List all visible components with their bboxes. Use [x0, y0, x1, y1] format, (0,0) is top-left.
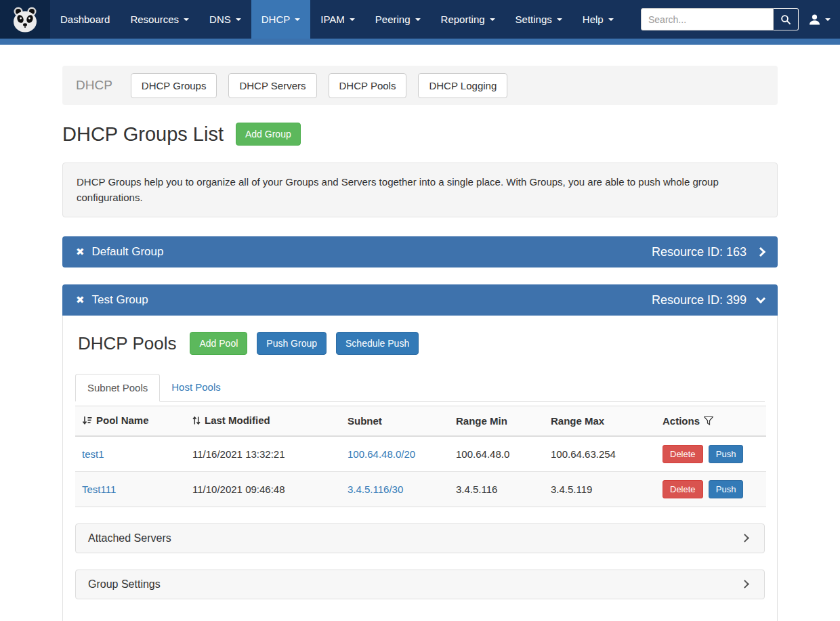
nav-ipam[interactable]: IPAM	[310, 0, 365, 39]
group-header-default-group[interactable]: ✖ Default Group Resource ID: 163	[62, 236, 778, 267]
dhcp-pools-button[interactable]: DHCP Pools	[329, 73, 407, 98]
group-name: Test Group	[92, 293, 148, 307]
dhcp-servers-button[interactable]: DHCP Servers	[228, 73, 316, 98]
push-pool-button[interactable]: Push	[709, 480, 744, 498]
pool-name-link[interactable]: Test111	[82, 484, 116, 495]
navbar-right	[641, 0, 840, 39]
panda-logo-icon	[10, 6, 40, 33]
range-max-cell: 100.64.63.254	[544, 436, 656, 472]
nav-reporting[interactable]: Reporting	[431, 0, 505, 39]
range-min-cell: 100.64.48.0	[449, 436, 544, 472]
dhcp-groups-button[interactable]: DHCP Groups	[131, 73, 217, 98]
schedule-push-button[interactable]: Schedule Push	[336, 332, 419, 355]
delete-pool-button[interactable]: Delete	[663, 480, 703, 498]
dhcp-logging-button[interactable]: DHCP Logging	[418, 73, 507, 98]
user-icon	[808, 14, 821, 26]
last-modified-cell: 11/16/2021 13:32:21	[186, 436, 341, 472]
column-header-actions: Actions	[656, 406, 766, 436]
pools-tabs: Subnet Pools Host Pools	[75, 374, 765, 402]
search-icon	[780, 14, 791, 25]
subnet-link[interactable]: 3.4.5.116/30	[348, 484, 403, 495]
chevron-down-icon	[184, 18, 189, 21]
search-input[interactable]	[641, 8, 774, 30]
attached-servers-section[interactable]: Attached Servers	[75, 523, 765, 553]
groups-description: DHCP Groups help you to organize all of …	[62, 163, 778, 217]
push-group-button[interactable]: Push Group	[257, 332, 327, 355]
app-logo[interactable]	[0, 0, 50, 39]
group-settings-section[interactable]: Group Settings	[75, 570, 765, 599]
pools-title: DHCP Pools	[78, 333, 176, 354]
range-min-cell: 3.4.5.116	[449, 471, 544, 507]
push-pool-button[interactable]: Push	[709, 445, 744, 463]
nav-dhcp[interactable]: DHCP	[251, 0, 311, 39]
delete-group-icon[interactable]: ✖	[76, 246, 85, 258]
group-name: Default Group	[92, 245, 164, 259]
chevron-down-icon	[236, 18, 241, 21]
add-group-button[interactable]: Add Group	[236, 123, 301, 146]
range-max-cell: 3.4.5.119	[544, 471, 656, 507]
breadcrumb-title: DHCP	[76, 78, 112, 93]
last-modified-cell: 11/10/2021 09:46:48	[186, 471, 341, 507]
chevron-down-icon	[825, 18, 831, 21]
column-header-subnet: Subnet	[341, 406, 449, 436]
nav-dns[interactable]: DNS	[199, 0, 251, 39]
search-button[interactable]	[774, 8, 799, 30]
resource-id-label: Resource ID: 163	[652, 245, 747, 259]
delete-group-icon[interactable]: ✖	[76, 294, 85, 306]
pools-table: Pool Name Last Modified	[75, 406, 766, 507]
chevron-down-icon	[756, 294, 765, 303]
chevron-down-icon	[608, 18, 614, 21]
table-row: Test111 11/10/2021 09:46:48 3.4.5.116/30…	[75, 471, 766, 507]
column-header-range-min: Range Min	[449, 406, 544, 436]
chevron-down-icon	[295, 18, 300, 21]
pool-name-link[interactable]: test1	[82, 448, 104, 460]
main-menu: Dashboard Resources DNS DHCP IPAM Peerin…	[50, 0, 624, 39]
subnet-link[interactable]: 100.64.48.0/20	[348, 448, 415, 460]
test-group-panel: DHCP Pools Add Pool Push Group Schedule …	[62, 316, 778, 621]
top-navbar: Dashboard Resources DNS DHCP IPAM Peerin…	[0, 0, 840, 39]
group-header-test-group[interactable]: ✖ Test Group Resource ID: 399	[62, 284, 778, 316]
nav-dashboard[interactable]: Dashboard	[50, 0, 120, 39]
column-header-range-max: Range Max	[544, 406, 656, 436]
user-menu[interactable]	[808, 14, 831, 26]
filter-icon[interactable]	[704, 416, 713, 425]
chevron-right-icon	[740, 580, 749, 588]
tab-host-pools[interactable]: Host Pools	[160, 374, 232, 402]
page-title: DHCP Groups List	[62, 123, 224, 146]
sort-desc-icon	[82, 416, 92, 425]
nav-help[interactable]: Help	[572, 0, 624, 39]
delete-pool-button[interactable]: Delete	[663, 445, 703, 463]
navbar-search	[641, 8, 799, 30]
column-header-last-modified[interactable]: Last Modified	[186, 406, 341, 436]
chevron-down-icon	[490, 18, 495, 21]
resource-id-label: Resource ID: 399	[652, 293, 747, 307]
add-pool-button[interactable]: Add Pool	[190, 332, 247, 355]
chevron-down-icon	[415, 18, 421, 21]
breadcrumb: DHCP DHCP Groups DHCP Servers DHCP Pools…	[62, 66, 778, 105]
nav-resources[interactable]: Resources	[120, 0, 199, 39]
nav-peering[interactable]: Peering	[365, 0, 431, 39]
table-row: test1 11/16/2021 13:32:21 100.64.48.0/20…	[75, 436, 766, 472]
chevron-down-icon	[350, 18, 355, 21]
column-header-pool-name[interactable]: Pool Name	[75, 406, 186, 436]
chevron-down-icon	[557, 18, 562, 21]
chevron-right-icon	[740, 534, 749, 542]
main-content: DHCP DHCP Groups DHCP Servers DHCP Pools…	[0, 45, 840, 621]
tab-subnet-pools[interactable]: Subnet Pools	[75, 374, 160, 402]
sort-icon	[192, 416, 201, 425]
chevron-right-icon	[756, 247, 765, 257]
nav-settings[interactable]: Settings	[505, 0, 572, 39]
